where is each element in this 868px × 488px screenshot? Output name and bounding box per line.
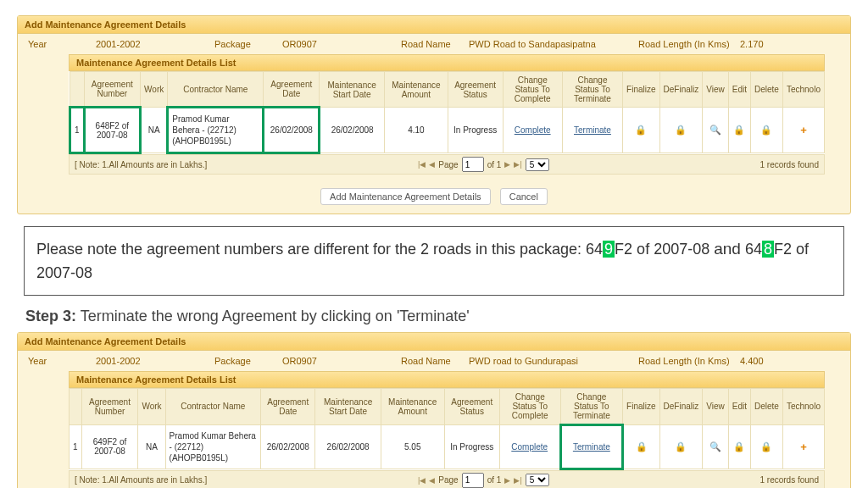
road-label-2: Road Name: [401, 356, 469, 366]
cell-contr-2: Pramod Kumar Behera - (22712)(AHOPB0195L…: [165, 424, 260, 469]
delete-icon[interactable]: 🔒: [751, 108, 783, 153]
view-icon[interactable]: 🔍: [703, 108, 729, 153]
col-agr: Agreement Number: [84, 72, 141, 108]
last-icon-2[interactable]: ▶|: [514, 476, 521, 485]
complete-link[interactable]: Complete: [503, 108, 562, 153]
next-icon-2[interactable]: ▶: [504, 476, 510, 485]
of-label: of 1: [487, 160, 502, 169]
tech-icon[interactable]: +: [782, 108, 824, 153]
length-label-2: Road Length (In Kms): [638, 356, 740, 366]
prev-icon[interactable]: ◀: [429, 160, 435, 169]
list-container: Maintenance Agreement Details List Agree…: [69, 54, 825, 175]
cell-sdate: 26/02/2008: [320, 108, 385, 153]
last-icon[interactable]: ▶|: [514, 160, 521, 169]
first-icon-2[interactable]: |◀: [418, 476, 426, 485]
first-icon[interactable]: |◀: [418, 160, 426, 169]
col-status: Agreement Status: [448, 72, 503, 108]
step-line: Step 3: Terminate the wrong Agreement by…: [25, 308, 843, 325]
delete-icon-2[interactable]: 🔒: [751, 424, 783, 469]
page-input-2[interactable]: [462, 473, 484, 488]
cell-work: NA: [141, 108, 168, 153]
page-size[interactable]: 5: [526, 158, 549, 171]
header-row-2: Year 2001-2002 Package OR0907 Road Name …: [18, 351, 850, 371]
button-row: Add Maintenance Agreement Details Cancel: [18, 181, 850, 214]
msg-c: 64: [741, 241, 762, 258]
step-label: Step 3:: [25, 308, 76, 324]
table-header: Agreement Number Work Contractor Name Ag…: [70, 72, 825, 108]
panel-1: Add Maintenance Agreement Details Year 2…: [17, 15, 851, 214]
records-found-2: 1 records found: [760, 475, 820, 485]
cell-amt-2: 5.05: [381, 424, 444, 469]
year-label-2: Year: [28, 356, 96, 366]
view-icon-2[interactable]: 🔍: [703, 424, 729, 469]
col-tech: Technolo: [782, 72, 824, 108]
agreement-table-2: Agreement NumberWorkContractor NameAgree…: [69, 388, 825, 470]
page-input[interactable]: [462, 157, 484, 172]
add-button[interactable]: Add Maintenance Agreement Details: [320, 188, 491, 205]
terminate-link[interactable]: Terminate: [562, 108, 622, 153]
year-value: 2001-2002: [96, 39, 214, 49]
cell-status: In Progress: [448, 108, 503, 153]
highlight-1: 9: [603, 241, 615, 258]
next-icon[interactable]: ▶: [504, 160, 510, 169]
edit-icon-2[interactable]: 🔒: [728, 424, 750, 469]
cell-agr: 648F2 of 2007-08: [84, 108, 141, 153]
cell-sn: 1: [70, 108, 85, 153]
col-term: Change Status To Terminate: [562, 72, 622, 108]
package-label-2: Package: [214, 356, 282, 366]
table-row: 1 648F2 of 2007-08 NA Pramod Kumar Beher…: [70, 108, 825, 153]
cell-sdate-2: 26/02/2008: [315, 424, 381, 469]
col-view: View: [703, 72, 729, 108]
length-value-2: 4.400: [740, 356, 764, 366]
length-label: Road Length (In Kms): [638, 39, 740, 49]
page-size-2[interactable]: 5: [526, 474, 549, 486]
package-value-2: OR0907: [282, 356, 401, 366]
road-value: PWD Road to Sandapasipatna: [469, 39, 638, 49]
cell-contr: Pramod Kumar Behera - (22712)(AHOPB0195L…: [168, 108, 264, 153]
list-container-2: Maintenance Agreement Details List Agree…: [69, 371, 825, 489]
cell-status-2: In Progress: [444, 424, 499, 469]
highlight-2: 8: [762, 241, 774, 258]
col-edit: Edit: [728, 72, 750, 108]
prev-icon-2[interactable]: ◀: [429, 476, 435, 485]
note-text: [ Note: 1.All Amounts are in Lakhs.]: [75, 160, 207, 169]
length-value: 2.170: [740, 39, 764, 49]
definalize-icon-2[interactable]: 🔒: [659, 424, 703, 469]
package-label: Package: [214, 39, 282, 49]
agreement-table: Agreement Number Work Contractor Name Ag…: [69, 71, 825, 154]
msg-and: and: [714, 240, 741, 258]
list-title-2: Maintenance Agreement Details List: [69, 371, 825, 388]
complete-link-2[interactable]: Complete: [499, 424, 560, 469]
finalize-icon[interactable]: 🔒: [623, 108, 659, 153]
definalize-icon[interactable]: 🔒: [659, 108, 703, 153]
step-text: Terminate the wrong Agreement by clickin…: [76, 308, 470, 324]
cell-agr-2: 649F2 of 2007-08: [81, 424, 138, 469]
cell-adate: 26/02/2008: [264, 108, 320, 153]
cancel-button[interactable]: Cancel: [500, 188, 548, 205]
col-del: Delete: [751, 72, 783, 108]
cell-adate-2: 26/02/2008: [261, 424, 315, 469]
table-header-2: Agreement NumberWorkContractor NameAgree…: [70, 388, 825, 424]
road-value-2: PWD road to Gundurapasi: [469, 356, 638, 366]
records-found: 1 records found: [760, 160, 820, 169]
footer-row-2: [ Note: 1.All Amounts are in Lakhs.] |◀ …: [69, 470, 825, 489]
note-text-2: [ Note: 1.All Amounts are in Lakhs.]: [75, 475, 207, 485]
cell-work-2: NA: [138, 424, 165, 469]
year-value-2: 2001-2002: [96, 356, 214, 366]
page-label: Page: [438, 160, 458, 169]
col-fin: Finalize: [623, 72, 659, 108]
terminate-link-2[interactable]: Terminate: [560, 424, 623, 469]
col-sn: [70, 72, 85, 108]
edit-icon[interactable]: 🔒: [728, 108, 750, 153]
col-sdate: Maintenance Start Date: [320, 72, 385, 108]
pager-2: |◀ ◀ Page of 1 ▶ ▶| 5: [418, 473, 549, 488]
panel-2: Add Maintenance Agreement Details Year 2…: [17, 332, 851, 489]
tech-icon-2[interactable]: +: [782, 424, 824, 469]
msg-a: Please note the agreement numbers are di…: [36, 241, 603, 258]
col-contr: Contractor Name: [168, 72, 264, 108]
table-row-2: 1 649F2 of 2007-08 NA Pramod Kumar Beher…: [70, 424, 825, 469]
header-row: Year 2001-2002 Package OR0907 Road Name …: [18, 34, 850, 54]
col-work: Work: [141, 72, 168, 108]
col-adate: Agreement Date: [264, 72, 320, 108]
finalize-icon-2[interactable]: 🔒: [623, 424, 659, 469]
